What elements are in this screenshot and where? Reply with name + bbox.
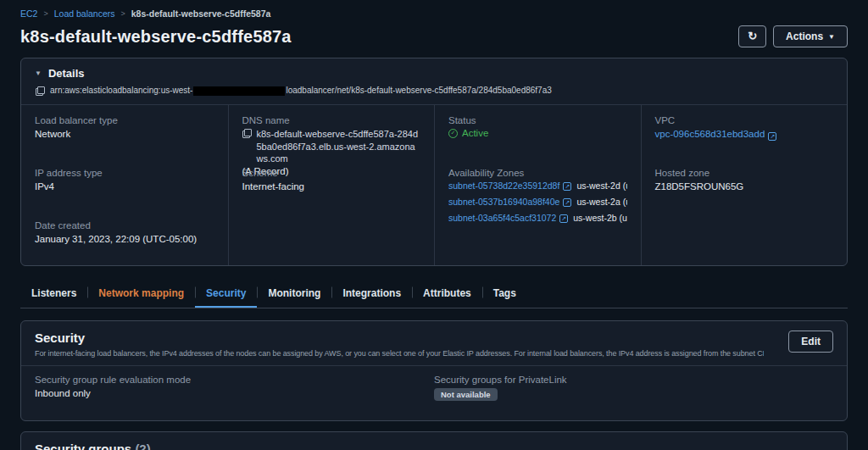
external-link-icon: ↗	[563, 182, 571, 191]
arn-prefix: arn:aws:elasticloadbalancing:us-west-	[50, 86, 192, 95]
security-groups-header: Security groups (2) A security group is …	[21, 432, 847, 450]
field-label: Security groups for PrivateLink	[434, 375, 833, 385]
refresh-icon: ↻	[748, 30, 757, 43]
az-zone: us-west-2d (usw2-az4)	[576, 181, 626, 191]
field-label: DNS name	[242, 115, 421, 125]
field-availability-zones: Availability Zones subnet-05738d22e35912…	[448, 168, 627, 223]
az-row: subnet-0537b16940a98f40e ↗ us-west-2a (u…	[448, 197, 627, 207]
security-panel: Security For internet-facing load balanc…	[20, 320, 848, 421]
collapse-triangle-icon: ▼	[35, 69, 42, 77]
page-header: k8s-default-webserve-c5dffe587a ↻ Action…	[20, 25, 848, 47]
tab-listeners[interactable]: Listeners	[20, 280, 87, 308]
subnet-link[interactable]: subnet-05738d22e35912d8f	[448, 181, 559, 191]
arn-row: arn:aws:elasticloadbalancing:us-west-loa…	[36, 86, 833, 96]
field-date-created: Date created January 31, 2023, 22:09 (UT…	[35, 220, 214, 247]
details-panel: ▼ Details arn:aws:elasticloadbalancing:u…	[20, 58, 848, 265]
security-title: Security	[35, 331, 764, 345]
actions-button[interactable]: Actions ▼	[773, 25, 848, 47]
details-collapse-toggle[interactable]: ▼ Details	[35, 67, 833, 80]
field-label: IP address type	[35, 168, 214, 178]
page-title: k8s-default-webserve-c5dffe587a	[20, 27, 292, 47]
field-status: Status ✓ Active	[448, 115, 627, 168]
field-rule-evaluation-mode: Security group rule evaluation mode Inbo…	[35, 375, 434, 401]
details-column-3: Status ✓ Active Availability Zones subne…	[434, 105, 641, 265]
details-title: Details	[48, 67, 85, 80]
breadcrumb-load-balancers[interactable]: Load balancers	[54, 8, 115, 19]
page: EC2 > Load balancers > k8s-default-webse…	[0, 0, 868, 450]
details-grid: Load balancer type Network IP address ty…	[21, 105, 847, 265]
not-available-badge: Not available	[434, 388, 498, 401]
edit-button[interactable]: Edit	[788, 331, 833, 353]
field-hosted-zone: Hosted zone Z18D5FSROUN65G	[655, 168, 834, 194]
status-text: Active	[462, 128, 488, 138]
field-privatelink-groups: Security groups for PrivateLink Not avai…	[434, 375, 833, 401]
field-label: VPC	[655, 115, 834, 125]
breadcrumb-separator: >	[43, 9, 47, 18]
field-value: Z18D5FSROUN65G	[655, 181, 834, 194]
field-dns-name: DNS name k8s-default-webserve-c5dffe587a…	[242, 115, 421, 168]
caret-down-icon: ▼	[828, 33, 835, 42]
breadcrumb-ec2[interactable]: EC2	[20, 8, 37, 19]
az-row: subnet-03a65f4c5acf31072 ↗ us-west-2b (u…	[448, 213, 627, 223]
tab-security[interactable]: Security	[195, 280, 257, 308]
field-label: Hosted zone	[655, 168, 834, 178]
security-fields: Security group rule evaluation mode Inbo…	[21, 366, 847, 420]
vpc-link[interactable]: vpc-096c568d31ebd3add	[655, 129, 765, 139]
tab-attributes[interactable]: Attributes	[412, 280, 482, 308]
field-label: Availability Zones	[448, 168, 627, 178]
security-groups-count: (2)	[135, 442, 150, 450]
field-value: Internet-facing	[242, 181, 421, 194]
tab-network-mapping[interactable]: Network mapping	[87, 280, 195, 308]
field-label: Status	[448, 115, 627, 125]
refresh-button[interactable]: ↻	[738, 25, 766, 47]
az-row: subnet-05738d22e35912d8f ↗ us-west-2d (u…	[448, 181, 627, 191]
tab-tags[interactable]: Tags	[482, 280, 527, 308]
edit-label: Edit	[801, 336, 821, 347]
tab-integrations[interactable]: Integrations	[331, 280, 412, 308]
dns-name-value: k8s-default-webserve-c5dffe587a-284d5ba0…	[257, 128, 421, 165]
check-glyph: ✓	[451, 130, 456, 136]
external-link-icon: ↗	[768, 132, 776, 141]
arn-suffix: loadbalancer/net/k8s-default-webserve-c5…	[286, 86, 551, 95]
security-header: Security For internet-facing load balanc…	[21, 321, 847, 366]
header-actions: ↻ Actions ▼	[738, 25, 848, 47]
arn-text: arn:aws:elasticloadbalancing:us-west-loa…	[50, 86, 552, 96]
breadcrumb-current: k8s-default-webserve-c5dffe587a	[131, 8, 271, 19]
security-groups-title-text: Security groups	[35, 442, 131, 450]
tab-bar: Listeners Network mapping Security Monit…	[20, 280, 848, 308]
field-value: Inbound only	[35, 387, 434, 401]
tab-monitoring[interactable]: Monitoring	[257, 280, 331, 308]
subnet-link[interactable]: subnet-03a65f4c5acf31072	[448, 213, 556, 223]
field-ip-address-type: IP address type IPv4	[35, 168, 214, 220]
az-zone: us-west-2a (usw2-az2)	[576, 197, 626, 207]
subnet-link[interactable]: subnet-0537b16940a98f40e	[448, 197, 559, 207]
actions-label: Actions	[786, 31, 823, 42]
az-zone: us-west-2b (usw2-az1)	[573, 213, 626, 223]
breadcrumb-separator: >	[121, 9, 125, 18]
details-column-1: Load balancer type Network IP address ty…	[21, 105, 228, 265]
copy-arn-icon[interactable]	[36, 86, 45, 96]
arn-redaction	[193, 86, 285, 96]
field-load-balancer-type: Load balancer type Network	[35, 115, 214, 168]
field-label: Security group rule evaluation mode	[35, 375, 434, 385]
field-label: Date created	[35, 220, 214, 231]
field-vpc: VPC vpc-096c568d31ebd3add↗	[655, 115, 834, 168]
security-description: For internet-facing load balancers, the …	[35, 349, 764, 358]
details-column-2: DNS name k8s-default-webserve-c5dffe587a…	[228, 105, 435, 265]
external-link-icon: ↗	[559, 214, 568, 223]
field-scheme: Scheme Internet-facing	[242, 168, 421, 194]
security-header-text: Security For internet-facing load balanc…	[35, 331, 764, 358]
external-link-icon: ↗	[563, 198, 571, 207]
security-groups-title: Security groups (2)	[35, 442, 833, 450]
security-groups-panel: Security groups (2) A security group is …	[20, 431, 848, 450]
details-column-4: VPC vpc-096c568d31ebd3add↗ Hosted zone Z…	[641, 105, 848, 265]
field-value: IPv4	[35, 181, 214, 194]
field-value: Network	[35, 128, 214, 142]
field-label: Load balancer type	[35, 115, 214, 125]
copy-dns-icon[interactable]	[242, 129, 252, 138]
check-circle-icon: ✓	[448, 129, 458, 138]
field-value: January 31, 2023, 22:09 (UTC-05:00)	[35, 233, 214, 247]
field-label: Scheme	[242, 168, 421, 178]
details-header: ▼ Details arn:aws:elasticloadbalancing:u…	[21, 58, 847, 105]
breadcrumb: EC2 > Load balancers > k8s-default-webse…	[20, 7, 848, 24]
